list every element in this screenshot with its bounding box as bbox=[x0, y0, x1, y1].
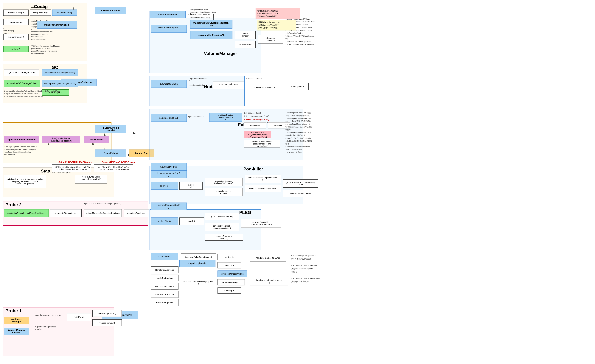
label-init-managers: 初始化podManager, runtimeManagerpleg.NewGen… bbox=[31, 45, 60, 55]
label-podstorage-merge: ( s*podStorage).merge() bbox=[3, 27, 28, 35]
box-run-kubelet-server: Run(kubeletServer,kubeletDeps, stopCh) bbox=[42, 136, 80, 143]
label-register-api-server: registerWithAPIServer bbox=[189, 77, 207, 82]
box-update-readiness: m.updateReadiness bbox=[124, 209, 149, 217]
probe2-title: Probe-2 bbox=[6, 202, 22, 207]
sync-loop-notes: 1. kl.podKillingCh <- pod X(下挂不再被其对应的pod… bbox=[291, 254, 359, 283]
box-mount-umount: mount/umount bbox=[235, 31, 255, 39]
note-desired-state: 周期性list active pods, 确保挂载volume的pod处于周期的… bbox=[257, 20, 296, 30]
box-kill-pod-with-sync: m.killPodWithSyncResult bbox=[283, 190, 319, 197]
box-operation-executor: OperationExecutor bbox=[258, 35, 283, 43]
label-set-node-status: 1. kl.setNodeStatus bbox=[246, 77, 262, 80]
label-setup-masq: Setup KUBE-MARK-MASQ rules bbox=[58, 161, 92, 163]
box-kl-liveness-manager-updates: kl.livenessManager.Updates bbox=[218, 271, 248, 277]
gc-notes: 1. cgc.evictContainers(gcPolicy, allSour… bbox=[4, 90, 85, 98]
box-wait-for-pods-cleanup: m.waitForPodsCleanup(podCleanedUpFunc, e… bbox=[244, 140, 280, 147]
box-handle-pod-updates: HandlePodUpdates bbox=[151, 274, 178, 281]
box-g-runtime-getpods: g.runtime.GetPods(true) bbox=[205, 213, 239, 220]
box-kill-containers-sync: m.killContainersWithSyncResult bbox=[245, 185, 281, 192]
box-handle-pod-reconcile: HandlePodReconcile bbox=[151, 291, 178, 298]
box-kl-initialize-modules: kl.initializeModules bbox=[149, 11, 185, 18]
box-run-kubelet: RunKubelet bbox=[84, 136, 109, 143]
label-update-node-status: updateNodeStatus bbox=[189, 84, 205, 86]
box-kl-sync-loop-iteration: kl.syncLoopIteration bbox=[179, 260, 215, 267]
box-vm-desired-state: vm.desiredStateOfWorldPopulator.Run bbox=[190, 20, 233, 28]
box-kl-container-mgr-update-qos: kl.containerManager.UpdateQOSCgroups() bbox=[205, 178, 243, 186]
box-kl-sync-network-util: kl.syncNetworkUtil bbox=[151, 163, 187, 171]
box-nodeutil-patch: 2nodeutil.PatchNodeStatus bbox=[246, 83, 282, 90]
box-w-do-probe: w.doProbe bbox=[67, 313, 91, 321]
box-tick-sync-batch: tick: m.syncBatch()channel: m.syncPod() bbox=[75, 175, 107, 183]
box-liveness-channel: livenessManagerchannel bbox=[4, 328, 29, 335]
box-kl-probe-manager-start: kl.probeManager.Start() bbox=[151, 203, 187, 210]
box-liveness-go-run: liveness go w.run() bbox=[92, 319, 122, 326]
box-try-update-node-status: tryUpdateNodeStatus bbox=[213, 82, 244, 89]
box-handle-pod-additions: HandlePodAdditions bbox=[151, 266, 178, 273]
box-generate-events: generateEvents(pid,cid.ID, oldState, new… bbox=[241, 219, 281, 228]
box-cgc-runtime-gc: cgc.runtime.GarbageCollect bbox=[4, 69, 39, 76]
box-kl-sync-node-status: kl.syncNodeStatus bbox=[151, 80, 187, 88]
box-event-channel: g.eventChannel <-events[i] bbox=[205, 234, 243, 241]
label-update-node-status2: updateNodeStatus bbox=[188, 116, 204, 118]
box-cmux-channel: c.mux.Channel() bbox=[3, 34, 28, 40]
probe1-title: Probe-1 bbox=[6, 308, 22, 313]
box-readiness-manager: readinessManager bbox=[4, 317, 29, 324]
box-handle-pod-updates2: HandlePodUpdates bbox=[151, 299, 178, 306]
box-attach-detach: attach/detach bbox=[235, 41, 255, 48]
box-vm-reconciler: vm.reconciler.Run(stopCh) bbox=[190, 31, 233, 39]
box-g-relist: g.relist bbox=[179, 217, 204, 225]
box-evicted-pods: evictedPods :=m.synchronize(diskInfoProv… bbox=[244, 131, 271, 138]
box-kl-volume-manager-run: kl.volumeManager.Run bbox=[151, 25, 187, 33]
pleg-title: PLEG bbox=[239, 210, 251, 215]
label-kubeflags: kubeFlags *options.KubeletFlags, kubeCfg… bbox=[4, 146, 79, 156]
label-probe-manager-probe: w.probeManager.probe.probe bbox=[35, 314, 62, 316]
box-kl-container-runtime-kill-pod: kl.containerRuntime.KillPod bbox=[205, 188, 243, 196]
box-readiness-go-run: readiness go w.run() bbox=[92, 310, 122, 317]
label-probe-r-probe: w.probeManager.prober.probe bbox=[35, 326, 56, 330]
box-set-container-readiness: m.statusManager.SetContainerReadiness bbox=[84, 209, 122, 217]
box-handle-pod-removes: HandlePodRemoves bbox=[151, 283, 178, 289]
box-compute-events: computeEvents(oldPod, pod, &container.ID… bbox=[205, 223, 239, 231]
label-setup-drop: Setup KUBE-MARK-DROP rules bbox=[102, 161, 135, 163]
box-kl-update-runtime-up: kl.updateRuntimeUp bbox=[151, 114, 187, 122]
box-handler-handle-pod-syncs: handler.HandlePodSyncs bbox=[250, 254, 286, 262]
box-kl-kill-pod: kl.killPod bbox=[179, 182, 203, 190]
pod-killer-title: Pod-killer bbox=[243, 167, 263, 172]
box-start-kubelet: 2.startKubelet bbox=[95, 149, 127, 157]
box-kube-client-corev1: m.kubeClient.CoreV1().Pods(status.podNam… bbox=[4, 175, 46, 188]
box-new-main-kubelet: 1.NewMainKubelet bbox=[95, 7, 126, 14]
box-update-status-internal: m.updateStatusInternal bbox=[50, 209, 82, 217]
diagram-container: Config newPodStorage config.NewMux() New… bbox=[0, 0, 595, 364]
box-pod-status-channel: m.podStatusChannel <- podStatusSyncReque… bbox=[4, 209, 49, 217]
label-probe2-update: update := <-m.readinessManager.Updates() bbox=[84, 203, 121, 205]
volume-manager-title: VolumeManager bbox=[204, 51, 237, 56]
box-kl-image-gc: kl.imageManager.GarbageCollect() bbox=[42, 80, 78, 87]
config-title: Config bbox=[34, 4, 48, 9]
box-new-pod-config: NewPodConfig bbox=[52, 9, 77, 16]
box-stop-pod-sandbox: m.runtimeService.StopPodSandbox bbox=[245, 175, 281, 183]
box-kl-container-gc: kl.containerGC.GarbageCollect() bbox=[42, 69, 78, 76]
box-kill-pod-now: killPodNow bbox=[244, 122, 266, 128]
eviction-notes: 1. buildSignalToRankFunc : 注册发送pod时各种资源的… bbox=[285, 112, 341, 154]
box-handler-handle-pod-cleanups: handler.HandlePodCleanups() bbox=[250, 277, 288, 286]
box-app-new-kubelet-command: app.NewKubeletCommand bbox=[4, 136, 39, 143]
box-get-iptables-mark-drop: getIPTablesMark(kl.iptablesDropBit)kl.ip… bbox=[94, 164, 133, 172]
box-new-pod-storage: newPodStorage bbox=[3, 9, 28, 16]
box-kube-generic-runtime-kill: (m.kubeGenericRuntimeManager)KillPod bbox=[283, 179, 318, 188]
box-kl-init-runtime-deps: kl.initialzeRuntimeDependentModules bbox=[209, 113, 242, 122]
box-make-pod-source-config: makePodSourceConfig bbox=[37, 21, 77, 28]
box-nodes-patch: c.Nodes().Patch bbox=[284, 83, 309, 90]
box-kl-pleg-start: kl.pleg.Start() bbox=[151, 217, 178, 225]
box-kl-sync-loop: kl.syncLoop bbox=[151, 253, 178, 260]
box-updatechannel: updatechannel bbox=[3, 19, 28, 25]
label-service-indexer: serviceIndexer/serviceLister,nodeIndexer… bbox=[31, 31, 54, 41]
box-create-init-kubelet: 1.CreateAndInitKubelet bbox=[95, 125, 127, 133]
box-mlisten: m.listen() bbox=[3, 46, 28, 52]
note-volume-check: 周期性检查应该被挂载的volume是否被挂载，若无，发送mount/umount… bbox=[255, 8, 300, 19]
box-housekeeping-ch: <- houseKeepingCh bbox=[218, 279, 245, 286]
box-config-newmux: config.NewMux() bbox=[30, 9, 51, 16]
box-m-container-gc: m.containerGC.GarbageCollect bbox=[4, 80, 40, 87]
box-sync-ch: <-syncCh bbox=[218, 262, 241, 268]
box-time-new-ticker-second: time.NewTicker(time.Second) bbox=[181, 253, 216, 260]
box-config-ch: <-configCh bbox=[218, 287, 241, 294]
box-pod-killer: podKiller bbox=[151, 182, 178, 190]
